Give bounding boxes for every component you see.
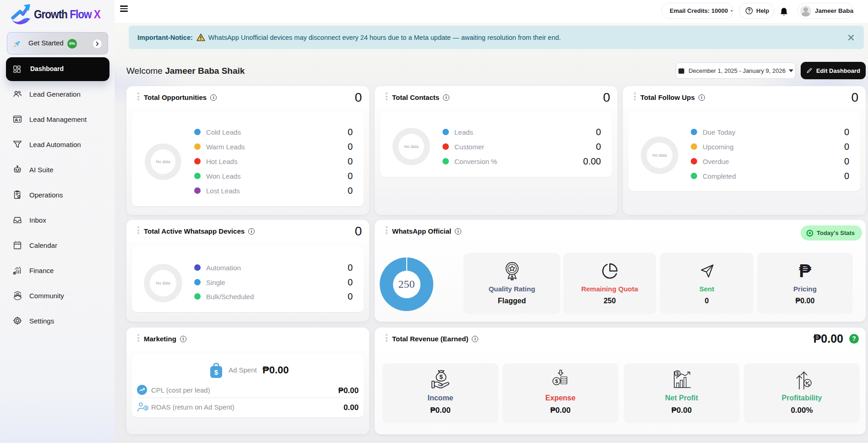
svg-text:$: $	[555, 378, 557, 384]
svg-text:$: $	[676, 371, 679, 376]
svg-text:$: $	[439, 373, 443, 380]
svg-text:$: $	[214, 368, 218, 376]
